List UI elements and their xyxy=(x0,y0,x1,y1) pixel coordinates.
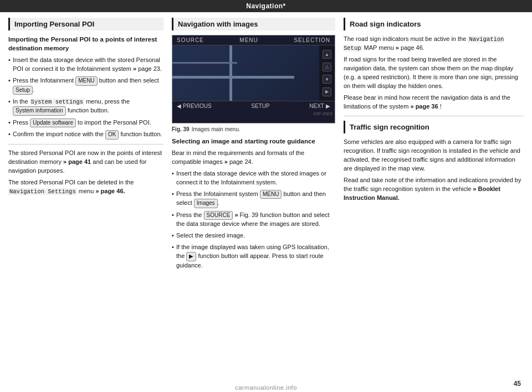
right-traffic1: Some vehicles are also equipped with a c… xyxy=(344,138,524,173)
right-body3: Please bear in mind how recent the navig… xyxy=(344,94,524,111)
ok-btn: OK xyxy=(105,130,119,140)
content-area: Importing Personal POI Importing the Per… xyxy=(0,12,532,389)
nav-setup-btn: SETUP xyxy=(251,103,269,109)
fig-caption: Fig. 39 Images main menu. xyxy=(172,126,335,132)
header-title: Navigation* xyxy=(246,2,286,10)
left-bold-intro: Importing the Personal POI to a points o… xyxy=(8,35,163,53)
left-bullet-1: Insert the data storage device with the … xyxy=(8,56,163,74)
nav-sidebar: ▲ △ ▼ ▶ xyxy=(319,45,335,101)
nav-next-btn: NEXT ▶ xyxy=(309,103,330,109)
prev-label: PREVIOUS xyxy=(183,103,212,109)
divider-1 xyxy=(8,144,163,145)
sys-info-btn: System information xyxy=(13,106,66,116)
update-sw-btn: Update software xyxy=(30,118,76,128)
left-bullet-2: Press the Infotainment MENU button and t… xyxy=(8,76,163,95)
nav-footer: ◀ PREVIOUS SETUP NEXT ▶ xyxy=(172,101,335,111)
arrow-ref-r2: » xyxy=(410,103,413,110)
middle-bear-mind: Bear in mind the requirements and format… xyxy=(172,149,335,167)
arrow-ref-3: » xyxy=(95,188,99,194)
arrow-ref-1: » xyxy=(133,65,136,72)
nav-menu-label: MENU xyxy=(239,37,258,43)
middle-column: Navigation with images SOURCE MENU SELEC… xyxy=(172,18,335,383)
images-btn: Images xyxy=(194,199,218,208)
nav-settings-code: Navigation Settings xyxy=(8,188,77,195)
nav-selection-label: SELECTION xyxy=(294,37,330,43)
nav-setup-code: Navigation Setup xyxy=(344,36,504,51)
right-body1: The road sign indicators must be active … xyxy=(344,35,524,53)
page-number: 45 xyxy=(514,380,521,388)
left-section-title: Importing Personal POI xyxy=(8,18,163,30)
left-bullet-3: In the System settings menu, press the S… xyxy=(8,97,163,116)
gps-btn: ▶ xyxy=(186,252,196,261)
right-section2-title: Traffic sign recognition xyxy=(344,121,524,133)
middle-section-title: Navigation with images xyxy=(172,18,335,30)
nav-image: SOURCE MENU SELECTION xyxy=(172,35,335,123)
fig-text: Images main menu. xyxy=(192,126,241,132)
middle-bullet-5: If the image displayed was taken using G… xyxy=(172,243,335,270)
left-para1: The stored Personal POI are now in the p… xyxy=(8,149,163,176)
next-label: NEXT xyxy=(309,103,324,109)
left-bullet-4: Press Update software to import the Pers… xyxy=(8,118,163,128)
page: Navigation* Importing Personal POI Impor… xyxy=(0,0,532,392)
middle-heading: Selecting an image and starting route gu… xyxy=(172,137,335,146)
nav-icon-3: ▼ xyxy=(323,75,331,84)
nav-icon-1: ▲ xyxy=(323,50,331,59)
right-section1-title: Road sign indicators xyxy=(344,18,524,30)
nav-icon-4: ▶ xyxy=(323,87,331,96)
divider-r xyxy=(344,116,524,116)
left-bullet-5: Confirm the import notice with the OK fu… xyxy=(8,130,163,140)
fig-number: Fig. 39 xyxy=(172,126,190,132)
next-arrow-icon: ▶ xyxy=(326,103,330,109)
nav-header: SOURCE MENU SELECTION xyxy=(172,35,335,45)
left-para2: The stored Personal POI can be deleted i… xyxy=(8,178,163,196)
prev-arrow-icon: ◀ xyxy=(177,103,181,109)
right-traffic2: Read and take note of the information an… xyxy=(344,176,524,203)
nav-icon-2: △ xyxy=(323,63,331,71)
arrow-ref-2: » xyxy=(63,158,66,165)
right-body2: If road signs for the road being travell… xyxy=(344,55,524,91)
header-bar: Navigation* xyxy=(0,0,532,12)
nav-source-label: SOURCE xyxy=(177,37,204,43)
middle-bullet-1: Insert the data storage device with the … xyxy=(172,169,335,187)
arrow-ref-r1: » xyxy=(396,44,399,51)
img-ref-code: 83F-0503 xyxy=(172,111,335,117)
right-column: Road sign indicators The road sign indic… xyxy=(344,18,524,383)
middle-bullet-4: Select the desired image. xyxy=(172,231,335,240)
arrow-ref-r3: » xyxy=(473,185,476,192)
system-settings-code: System settings xyxy=(30,99,85,105)
nav-map-area: ▲ △ ▼ ▶ xyxy=(172,45,335,101)
arrow-ref-m2: » xyxy=(234,212,238,218)
menu-btn-m: MENU xyxy=(260,190,282,199)
nav-prev-btn: ◀ PREVIOUS xyxy=(177,103,212,109)
middle-bullet-2: Press the Infotainment system MENU but­t… xyxy=(172,190,335,208)
setup-btn: Setup xyxy=(13,86,33,95)
watermark: carmanualonline.info xyxy=(235,384,297,391)
arrow-ref-m1: » xyxy=(224,158,228,165)
setup-label: SETUP xyxy=(251,103,269,109)
left-column: Importing Personal POI Importing the Per… xyxy=(8,18,163,383)
menu-btn: MENU xyxy=(75,76,97,86)
middle-bullet-3: Press the SOURCE » Fig. 39 function butt… xyxy=(172,211,335,229)
source-btn: SOURCE xyxy=(204,211,233,220)
